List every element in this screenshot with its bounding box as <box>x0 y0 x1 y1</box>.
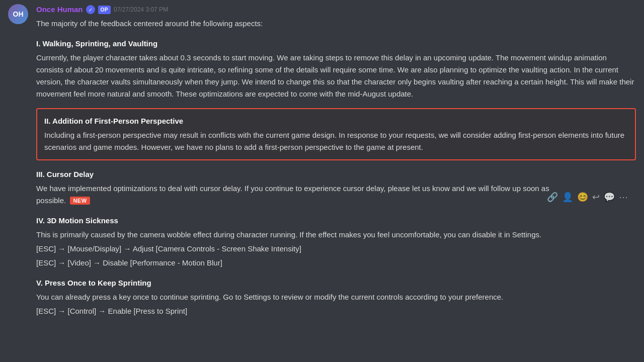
section-3-title: III. Cursor Delay <box>36 168 636 180</box>
emoji-icon[interactable]: 😊 <box>577 190 588 205</box>
username: Once Human <box>36 4 83 16</box>
section-sprinting: V. Press Once to Keep Sprinting You can … <box>36 277 636 317</box>
verified-icon: ✓ <box>86 5 95 14</box>
chat-icon[interactable]: 💬 <box>604 190 615 205</box>
new-badge: NEW <box>70 197 90 205</box>
section-first-person: II. Addition of First-Person Perspective… <box>36 108 636 160</box>
avatar: OH <box>8 4 28 24</box>
link-icon[interactable]: 🔗 <box>547 190 558 205</box>
reply-icon[interactable]: ↩ <box>592 190 600 205</box>
intro-text: The majority of the feedback centered ar… <box>36 18 636 30</box>
section-5-title: V. Press Once to Keep Sprinting <box>36 277 636 289</box>
section-cursor-delay: III. Cursor Delay We have implemented op… <box>36 168 636 207</box>
message-header: Once Human ✓ OP 07/27/2024 3:07 PM <box>36 4 636 16</box>
message-content: The majority of the feedback centered ar… <box>36 18 636 317</box>
section-walking-sprinting: I. Walking, Sprinting, and Vaulting Curr… <box>36 38 636 100</box>
section-3-body: We have implemented optimizations to dea… <box>36 183 636 207</box>
section-1-title: I. Walking, Sprinting, and Vaulting <box>36 38 636 50</box>
user-icon[interactable]: 👤 <box>562 190 573 205</box>
section-1-body: Currently, the player character takes ab… <box>36 52 636 100</box>
message: OH Once Human ✓ OP 07/27/2024 3:07 PM Th… <box>0 0 644 329</box>
more-icon[interactable]: ⋯ <box>619 190 628 205</box>
timestamp: 07/27/2024 3:07 PM <box>114 5 168 14</box>
section-2-body: Including a first-person perspective may… <box>44 129 628 153</box>
section-motion-sickness: IV. 3D Motion Sickness This is primarily… <box>36 215 636 269</box>
section-4-title: IV. 3D Motion Sickness <box>36 215 636 227</box>
section-5-body: You can already press a key once to cont… <box>36 291 636 317</box>
op-badge: OP <box>98 6 111 14</box>
reaction-bar: 🔗 👤 😊 ↩ 💬 ⋯ <box>547 190 628 205</box>
section-2-title: II. Addition of First-Person Perspective <box>44 115 628 127</box>
section-4-body: This is primarily caused by the camera w… <box>36 229 636 269</box>
